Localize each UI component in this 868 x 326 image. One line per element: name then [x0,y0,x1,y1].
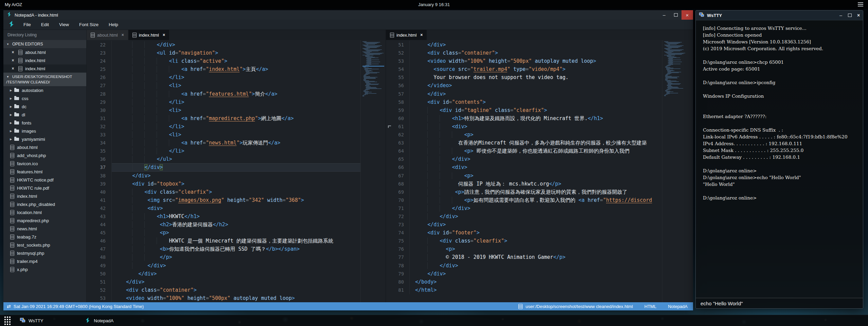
sidebar-folder-yamiyamimi[interactable]: ▶yamiyamimi [3,135,86,143]
sidebar-folder-dc[interactable]: ▶dc [3,102,86,111]
code-line[interactable]: 81</html> [386,286,662,294]
code-line[interactable]: 76 <p> [386,245,662,253]
code-line[interactable]: 62 <p> [386,131,662,139]
maximize-button[interactable] [845,11,854,20]
open-editors-header[interactable]: ▼ OPEN EDITORS [3,40,86,48]
sidebar-folder-dl[interactable]: ▶dl [3,111,86,119]
sidebar-file-news-html[interactable]: news.html [3,225,86,233]
wstty-titlebar[interactable]: WsTTY – × [696,11,863,20]
code-line[interactable]: 69 <p>請注意，我們的伺服器為確保玩家及遊玩時的質素，我們對的服器開啟了 [386,188,662,196]
close-button[interactable]: × [854,11,863,20]
code-line[interactable]: 36 </ul> [87,155,360,163]
code-line[interactable]: 56 </video> [386,81,662,90]
code-line[interactable]: 61 <div> [386,122,662,131]
code-line[interactable]: 22 </div> [87,41,360,49]
code-line[interactable]: 50 </div> [87,270,360,278]
menu-item-font-size[interactable]: Font Size [74,20,104,30]
code-line[interactable]: 77 © 2018 - 2019 HKWTC Animation Gamer</… [386,253,662,261]
code-line[interactable]: 32 </li> [87,122,360,131]
open-editor-item-index-html[interactable]: ×index.html [3,64,86,73]
sidebar-file-x-php[interactable]: x.php [3,265,86,273]
minimize-button[interactable]: – [836,11,845,20]
code-line[interactable]: 63 在香港的Minecraft 伺服器中，多為小遊戲和純生存的伺服器，較少擁有… [386,139,662,147]
code-line[interactable]: 37 </div> [87,163,360,171]
code-line[interactable]: 33 <li> [87,131,360,139]
code-line[interactable]: 52 <div class="container"> [386,49,662,57]
code-line[interactable]: 74 <div id="footer"> [386,229,662,237]
code-line[interactable]: 46 HKWTC 是一個 Minecraft 的建築伺服器，主要建築計劃包括鐵路… [87,237,360,245]
code-line[interactable]: 30 <li> [87,106,360,114]
fold-icon[interactable] [388,126,391,128]
code-line[interactable]: 60 <h1>特別為建築及鐵路而設，現代化的 Minecraft 世界.</h1… [386,114,662,122]
tab-close-icon[interactable]: × [122,33,124,37]
code-line[interactable]: 71 </div> [386,204,662,212]
tab-index-html[interactable]: index.html× [386,30,427,40]
sidebar-file-testmysql-php[interactable]: testmysql.php [3,249,86,257]
workspace-root-header[interactable]: ▼ USER:/DESKTOP/SCREENSHOT /TEST/WWW CLE… [3,73,86,86]
code-line[interactable]: 26 </li> [87,73,360,81]
code-line[interactable]: 29 </li> [87,98,360,106]
code-line[interactable]: 78 </div> [386,262,662,270]
code-line[interactable]: 27 <li> [87,81,360,90]
code-line[interactable]: 45 <p> [87,229,360,237]
sidebar-file-location-html[interactable]: location.html [3,208,86,216]
code-line[interactable]: 54 <source src="trailer.mp4" type="video… [386,65,662,73]
menu-item-edit[interactable]: Edit [36,20,54,30]
code-line[interactable]: 41 <img src="images/box.png" height="342… [87,196,360,204]
sidebar-file-index-html[interactable]: index.html [3,192,86,200]
code-line[interactable]: 31 <a href="mapredirect.php">網上地圖</a> [87,114,360,122]
close-icon[interactable]: × [10,66,16,71]
code-line[interactable]: 73 </div> [386,220,662,229]
taskbar-item-notepada[interactable]: NotepadA [85,315,113,326]
tab-close-icon[interactable]: × [420,33,423,37]
sidebar-folder-autostation[interactable]: ▶autostation [3,86,86,94]
code-line[interactable]: 44 <h2>香港的建築伺服器</h2> [87,220,360,229]
code-line[interactable]: 23 <ul id="navigation"> [87,49,360,57]
code-line[interactable]: 52 <div class="container"> [87,286,360,294]
code-line[interactable]: 51 </div> [386,41,662,49]
code-line[interactable]: 35 </li> [87,147,360,155]
menu-item-file[interactable]: File [18,20,36,30]
sidebar-folder-css[interactable]: ▶css [3,94,86,102]
code-line[interactable]: 42 <div> [87,204,360,212]
sidebar-file-about-html[interactable]: about.html [3,143,86,151]
sidebar-file-hkwtc-rule-pdf[interactable]: HKWTC rule.pdf [3,184,86,192]
minimap-left[interactable] [360,40,386,302]
code-line[interactable]: 24 <li class="active"> [87,57,360,65]
sidebar-file-favicon-ico[interactable]: favicon.ico [3,159,86,168]
code-line[interactable]: 66 <div> [386,163,662,171]
app-launcher-grid-icon[interactable] [4,317,11,325]
terminal-output[interactable]: [info] Conencting to arozos WsTTY servic… [696,20,863,201]
code-line[interactable]: 28 <a href="features.html">簡介</a> [87,90,360,98]
code-line[interactable]: 49 </div> [87,262,360,270]
code-line[interactable]: 53 <video width="100%" height="500px" au… [386,57,662,65]
code-line[interactable]: 68 伺服器 IP 地址為： mcs.hkwtc.org</p> [386,180,662,188]
notepada-titlebar[interactable]: NotepadA - index.html – × [3,10,693,20]
code-line[interactable]: 58 <div id="contents"> [386,98,662,106]
code-line[interactable]: 39 <div id="topbox"> [87,180,360,188]
code-line[interactable]: 72 </div> [386,212,662,220]
tab-close-icon[interactable]: × [163,33,165,37]
terminal-input[interactable] [696,298,868,308]
close-button[interactable]: × [681,10,693,20]
code-line[interactable]: 43 <h1>HKWTC</h1> [87,212,360,220]
code-line[interactable]: 38 </div> [87,172,360,180]
code-line[interactable]: 55 Your browser does not support the vid… [386,73,662,81]
open-editor-item-about-html[interactable]: ×about.html [3,48,86,56]
hamburger-menu-icon[interactable] [858,2,863,6]
sidebar-file-index-php-disabled[interactable]: index.php_disabled [3,200,86,208]
code-editor-left[interactable]: 22 </div>23 <ul id="navigation">24 <li c… [87,40,360,302]
code-line[interactable]: 67 <p> [386,172,662,180]
code-line[interactable]: 65 </div> [386,155,662,163]
code-line[interactable]: 25 <a href="index.html">主頁</a> [87,65,360,73]
code-line[interactable]: 34 <a href="news.html">玩家傳送門</a> [87,139,360,147]
code-line[interactable]: 70 <p>如有問題或需要申請白名單，歡迎加入我們的 <a href="http… [386,196,662,204]
minimap-right[interactable] [662,40,693,302]
maximize-button[interactable] [670,10,681,20]
code-line[interactable]: 47 <b>你知道我們全線伺服器已轉用 SSD 了嗎？</b></span> [87,245,360,253]
minimize-button[interactable]: – [658,10,670,20]
code-line[interactable]: 64 <p> 即使你不是建築師，你也能透過紅石師或鐵路工程師的身份加入我們 [386,147,662,155]
close-icon[interactable]: × [10,50,16,55]
code-editor-right[interactable]: 51 </div>52 <div class="container">53 <v… [386,40,662,302]
open-editor-item-index-html[interactable]: ×index.html [3,56,86,64]
